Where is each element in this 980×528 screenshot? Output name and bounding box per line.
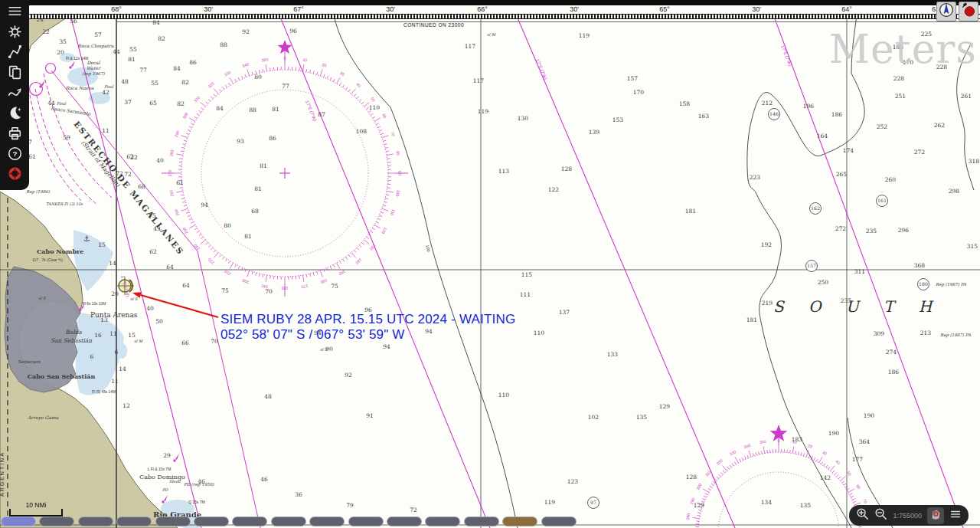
chart-tab-7[interactable] xyxy=(232,517,267,526)
chart-tab-9[interactable] xyxy=(309,517,345,526)
gps-status-icon xyxy=(961,2,976,21)
depth-sounding: 296 xyxy=(898,227,910,234)
depth-sounding: 44 xyxy=(113,48,120,55)
light-symbol xyxy=(69,66,71,68)
longitude-label: 30' xyxy=(752,5,761,13)
settings-button[interactable] xyxy=(5,25,24,41)
chart-tab-11[interactable] xyxy=(387,517,422,526)
charts-button[interactable] xyxy=(5,66,24,82)
longitude-label: 30' xyxy=(570,5,579,13)
chart-tab-1[interactable] xyxy=(1,517,36,526)
depth-sounding: 96 xyxy=(289,28,297,34)
depth-sounding: 235 xyxy=(866,228,877,234)
depth-sounding: 153 xyxy=(612,116,624,123)
night-mode-button[interactable] xyxy=(5,107,24,123)
depth-sounding: 213 xyxy=(920,330,932,336)
depth-sounding: 111 xyxy=(520,291,531,298)
depth-sounding: 88 xyxy=(220,41,227,48)
depth-sounding: 55 xyxy=(129,46,137,53)
depth-sounding: 12 xyxy=(122,402,130,409)
depth-sounding: 61 xyxy=(176,179,184,186)
depth-sounding: 190 xyxy=(828,430,840,437)
depth-sounding: 181 xyxy=(746,316,757,323)
gps-status-button[interactable] xyxy=(959,2,978,21)
chart-tab-5[interactable] xyxy=(155,517,191,526)
chart-tab-12[interactable] xyxy=(425,517,460,526)
place-label: Roca Nueva xyxy=(66,85,94,90)
depth-sounding: 86 xyxy=(269,135,276,142)
depth-sounding: 133 xyxy=(607,351,619,358)
chart-tab-14[interactable] xyxy=(502,517,537,526)
depth-sounding: 66 xyxy=(181,339,189,346)
depth-sounding: 119 xyxy=(478,108,489,115)
depth-sounding: 82 xyxy=(181,79,189,86)
chart-tab-15[interactable] xyxy=(541,517,577,526)
place-label: Rep (1987) PA xyxy=(940,333,972,338)
help-button[interactable]: ? xyxy=(5,147,24,163)
depth-sounding: 117 xyxy=(465,43,476,50)
vessel-annotation[interactable]: SIEM RUBY 28 APR. 15.15 UTC 2024 - WAITI… xyxy=(220,312,515,342)
layers-menu-button[interactable] xyxy=(949,508,962,523)
depth-sounding: 91 xyxy=(366,412,374,419)
depth-sounding: 228 xyxy=(893,75,905,82)
depth-sounding: 129 xyxy=(694,502,705,509)
nautical-chart-canvas[interactable]: 17°E (7'W)17°E (7'W)17°E (7'W)17°E (7'W)… xyxy=(0,0,980,528)
depth-sounding: 261 xyxy=(961,93,972,100)
place-label: (rep 1967) xyxy=(82,71,105,77)
depth-sounding: 163 xyxy=(698,113,710,120)
depth-sounding: 14 xyxy=(109,260,116,267)
depth-sounding: 298 xyxy=(949,188,960,195)
menu-button[interactable] xyxy=(5,5,24,21)
chartplotter-app: 17°E (7'W)17°E (7'W)17°E (7'W)17°E (7'W)… xyxy=(0,0,980,528)
depth-sounding: 48 xyxy=(264,393,272,400)
depth-sounding: 84 xyxy=(173,65,181,72)
sos-icon xyxy=(7,166,23,185)
chart-tab-3[interactable] xyxy=(78,517,113,526)
depth-sounding: 115 xyxy=(521,271,533,278)
zoom-in-button[interactable] xyxy=(856,507,869,523)
chart-tab-4[interactable] xyxy=(116,517,152,526)
circled-depth: 162 xyxy=(811,205,820,211)
depth-sounding: 170 xyxy=(633,89,645,96)
vessel-center-button[interactable] xyxy=(927,507,944,524)
place-label: PD (rep 1950) xyxy=(184,482,214,487)
print-button[interactable] xyxy=(5,126,24,143)
charts-icon xyxy=(7,64,23,84)
depth-sounding: 79 xyxy=(346,502,354,509)
depth-sounding: 77 xyxy=(139,67,147,74)
zoom-out-button[interactable] xyxy=(874,507,887,523)
depth-sounding: 123 xyxy=(567,478,579,485)
depth-sounding: 265 xyxy=(836,171,848,178)
depth-sounding: 62 xyxy=(149,248,157,255)
scalebar-bracket xyxy=(9,509,63,517)
chart-tab-6[interactable] xyxy=(194,517,229,526)
menu-icon xyxy=(7,3,23,22)
depth-sounding: 81 xyxy=(260,162,267,169)
depth-sounding: 262 xyxy=(934,122,946,129)
chart-tab-8[interactable] xyxy=(271,517,306,526)
depth-sounding: 274 xyxy=(886,349,897,356)
depth-sounding: 15 xyxy=(128,332,136,339)
place-label: sf S xyxy=(130,297,138,301)
track-button[interactable] xyxy=(5,86,24,102)
chart-tab-13[interactable] xyxy=(464,517,499,526)
depth-sounding: 318 xyxy=(969,158,980,165)
depth-sounding: 183 xyxy=(792,436,803,443)
help-icon: ? xyxy=(7,146,23,165)
place-label: Rep (1986) xyxy=(26,189,51,195)
depth-sounding: 14 xyxy=(119,366,126,372)
depth-sounding: 22 xyxy=(42,28,50,35)
sos-button[interactable] xyxy=(5,167,24,183)
depth-sounding: 272 xyxy=(914,149,926,156)
depth-sounding: 86 xyxy=(189,59,197,66)
circled-depth: 97 xyxy=(590,500,596,505)
chart-tab-2[interactable] xyxy=(39,517,74,526)
svg-text:?: ? xyxy=(12,149,17,157)
depth-sounding: 64 xyxy=(166,264,174,271)
place-label: PD xyxy=(162,487,168,492)
route-edit-button[interactable] xyxy=(5,45,24,61)
chart-tab-10[interactable] xyxy=(348,517,384,526)
north-up-button[interactable] xyxy=(936,2,956,21)
depth-sounding: 16 xyxy=(94,332,102,339)
depth-sounding: 311 xyxy=(854,268,865,275)
